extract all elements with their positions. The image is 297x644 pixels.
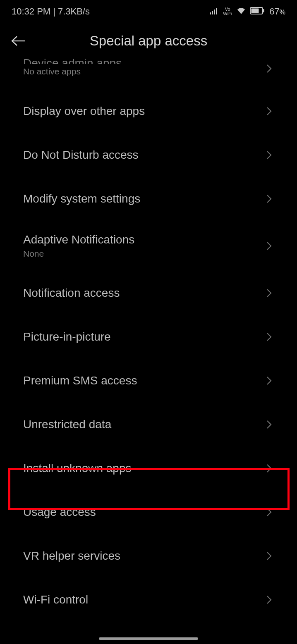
svg-rect-1 [212, 11, 213, 14]
item-label: Modify system settings [23, 192, 140, 205]
battery-icon [250, 6, 265, 17]
svg-rect-2 [214, 10, 215, 14]
status-sep: | [53, 6, 55, 17]
status-right: Vo WiFi 67% [210, 6, 285, 17]
chevron-right-icon [265, 241, 274, 250]
vowifi-icon: Vo WiFi [223, 7, 232, 16]
item-label: Notification access [23, 286, 120, 300]
item-label: Device admin apps [23, 57, 122, 64]
home-indicator[interactable] [99, 637, 198, 640]
chevron-right-icon [265, 551, 274, 561]
item-sublabel: No active apps [23, 67, 122, 76]
item-picture-in-picture[interactable]: Picture-in-picture [0, 315, 297, 359]
item-unrestricted-data[interactable]: Unrestricted data [0, 403, 297, 446]
chevron-right-icon [265, 150, 274, 160]
item-do-not-disturb-access[interactable]: Do Not Disturb access [0, 133, 297, 177]
chevron-right-icon [265, 420, 274, 429]
item-usage-access[interactable]: Usage access [0, 490, 297, 534]
svg-rect-0 [210, 12, 211, 14]
item-label: Unrestricted data [23, 418, 111, 431]
item-label: Display over other apps [23, 105, 145, 118]
chevron-right-icon [265, 332, 274, 341]
battery-percentage: 67% [269, 6, 285, 17]
item-notification-access[interactable]: Notification access [0, 271, 297, 315]
item-modify-system-settings[interactable]: Modify system settings [0, 177, 297, 221]
item-premium-sms-access[interactable]: Premium SMS access [0, 359, 297, 403]
chevron-right-icon [265, 508, 274, 517]
status-left: 10:32 PM | 7.3KB/s [12, 6, 90, 17]
chevron-right-icon [265, 107, 274, 116]
svg-rect-6 [263, 9, 264, 12]
wifi-icon [236, 6, 246, 17]
item-wifi-control[interactable]: Wi-Fi control [0, 578, 297, 622]
signal-icon [210, 6, 219, 17]
item-label: Install unknown apps [23, 462, 132, 475]
item-device-admin-apps[interactable]: Device admin apps No active apps [0, 60, 297, 89]
svg-rect-3 [216, 8, 217, 14]
item-label: Adaptive Notifications [23, 233, 134, 246]
item-label: Wi-Fi control [23, 593, 88, 606]
item-sublabel: None [23, 249, 134, 259]
settings-list: Device admin apps No active apps Display… [0, 60, 297, 622]
status-bar: 10:32 PM | 7.3KB/s Vo WiFi [0, 0, 297, 23]
item-label: VR helper services [23, 549, 120, 563]
page-title: Special app access [8, 33, 289, 49]
item-install-unknown-apps[interactable]: Install unknown apps [0, 446, 297, 490]
item-label: Picture-in-picture [23, 330, 111, 343]
chevron-right-icon [265, 376, 274, 385]
item-label: Usage access [23, 506, 96, 519]
chevron-right-icon [265, 595, 274, 604]
screen-header: Special app access [0, 25, 297, 56]
item-display-over-other-apps[interactable]: Display over other apps [0, 89, 297, 133]
chevron-right-icon [265, 194, 274, 203]
svg-rect-5 [251, 8, 259, 13]
chevron-right-icon [265, 464, 274, 473]
chevron-right-icon [265, 289, 274, 298]
item-adaptive-notifications[interactable]: Adaptive Notifications None [0, 221, 297, 271]
item-label: Premium SMS access [23, 374, 137, 387]
status-time: 10:32 PM [12, 6, 50, 17]
status-net-speed: 7.3KB/s [58, 6, 90, 17]
item-label: Do Not Disturb access [23, 148, 139, 162]
item-vr-helper-services[interactable]: VR helper services [0, 534, 297, 578]
chevron-right-icon [265, 64, 274, 73]
